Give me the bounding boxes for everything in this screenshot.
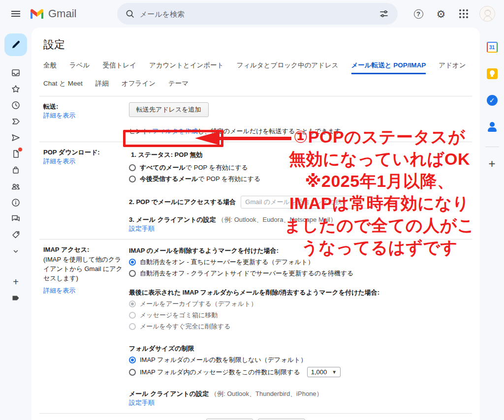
imap-learn-more-link[interactable]: 詳細を表示: [43, 287, 75, 294]
tab-advanced[interactable]: 詳細: [95, 79, 109, 91]
option-label: IMAP フォルダのメールの数を制限しない（デフォルト）: [140, 356, 307, 364]
google-apps-button[interactable]: [454, 4, 473, 24]
avatar-sketch-icon: [480, 6, 495, 22]
gmail-logo-icon: [30, 8, 44, 20]
contacts-delegate-icon[interactable]: [10, 180, 22, 192]
tab-themes[interactable]: テーマ: [168, 79, 189, 91]
tab-labels[interactable]: ラベル: [69, 61, 90, 74]
snoozed-icon[interactable]: [10, 99, 22, 111]
profile-avatar[interactable]: [479, 6, 495, 22]
forwarding-label: 転送:: [43, 103, 58, 110]
pop-enable-all-option: すべてのメールで POP を有効にする: [129, 163, 468, 172]
calendar-icon: 31: [487, 42, 498, 53]
imap-access-row: IMAP アクセス: (IMAP を使用して他のクライアントから Gmail に…: [43, 240, 468, 413]
limit-folder-radio[interactable]: [129, 369, 136, 376]
tab-forwarding-pop-imap[interactable]: メール転送と POP/IMAP: [351, 61, 426, 74]
forwarding-row: 転送: 詳細を表示 転送先アドレスを追加 ヒント: フィルタを作成し、特定のメー…: [43, 96, 468, 142]
plus-icon: +: [488, 157, 495, 171]
contacts-icon: [487, 121, 498, 132]
option-label: 今後受信するメールで POP を有効にする: [140, 175, 260, 183]
labels-tag-icon[interactable]: [10, 229, 22, 241]
imap-label: IMAP アクセス:: [43, 246, 89, 253]
add-forwarding-address-button[interactable]: 転送先アドレスを追加: [129, 102, 209, 117]
tab-offline[interactable]: オフライン: [122, 79, 156, 91]
calendar-panel-button[interactable]: 31: [483, 38, 501, 56]
pop-config-instructions-link[interactable]: 設定手順: [129, 225, 155, 232]
important-icon[interactable]: [10, 116, 22, 127]
pop-enable-future-radio[interactable]: [129, 176, 136, 182]
no-folder-limit-radio[interactable]: [129, 357, 136, 363]
pop-access-label: 2. POP でメールにアクセスする場合: [129, 198, 236, 207]
pop-client-label: 3. メール クライアントの設定: [129, 216, 216, 223]
imap-client-config: メール クライアントの設定 （例: Outlook、Thunderbird、iP…: [129, 390, 468, 407]
pop-enable-all-radio[interactable]: [129, 164, 136, 171]
chat-forums-icon[interactable]: [10, 213, 22, 225]
add-label-button[interactable]: +: [10, 276, 22, 288]
contacts-panel-button[interactable]: [483, 118, 501, 136]
pop-access-dropdown[interactable]: Gmail のメールを受信トレイに残す: [241, 196, 373, 209]
left-navigation-rail: +: [0, 28, 32, 420]
auto-expunge-on-radio[interactable]: [129, 259, 136, 266]
support-button[interactable]: ?: [409, 4, 428, 24]
settings-button[interactable]: ⚙: [431, 4, 451, 24]
page-title: 設定: [43, 37, 468, 52]
search-input[interactable]: [140, 10, 374, 18]
collapse-chevron-icon[interactable]: [10, 245, 22, 257]
imap-delete-heading: IMAP のメールを削除するようマークを付けた場合:: [129, 246, 468, 255]
auto-expunge-on-option: 自動消去をオン - 直ちにサーバーを更新する（デフォルト）: [129, 258, 468, 267]
no-folder-limit-option: IMAP フォルダのメールの数を制限しない（デフォルト）: [129, 356, 468, 364]
option-label: 自動消去をオン - 直ちにサーバーを更新する（デフォルト）: [140, 258, 314, 267]
apps-grid-icon: [459, 9, 468, 18]
chevron-down-icon: ▼: [332, 369, 337, 375]
move-to-trash-option: メッセージをゴミ箱に移動: [129, 311, 468, 320]
tasks-panel-button[interactable]: ✓: [483, 91, 501, 109]
pop-client-examples: （例: Outlook、Eudora、Netscape Mail）: [218, 216, 336, 223]
tab-accounts-import[interactable]: アカウントとインポート: [149, 61, 224, 74]
search-icon[interactable]: [125, 9, 135, 19]
starred-icon[interactable]: [10, 83, 22, 95]
compose-button[interactable]: [4, 33, 27, 56]
folder-limit-dropdown[interactable]: 1,000 ▼: [307, 367, 341, 377]
move-to-trash-radio[interactable]: [129, 312, 136, 319]
archive-message-radio[interactable]: [129, 300, 136, 307]
tab-inbox[interactable]: 受信トレイ: [102, 61, 136, 74]
main-menu-button[interactable]: [4, 2, 28, 26]
purchases-icon[interactable]: [10, 164, 22, 176]
pop-access-setting: 2. POP でメールにアクセスする場合 Gmail のメールを受信トレイに残す: [129, 196, 468, 209]
auto-expunge-off-radio[interactable]: [129, 270, 136, 277]
pop-learn-more-link[interactable]: 詳細を表示: [43, 157, 75, 165]
panel-divider: [485, 147, 499, 147]
header-actions: ? ⚙: [409, 4, 495, 24]
hint-suffix: し、特定のメールだけを転送することもできます。: [198, 127, 347, 135]
info-icon[interactable]: [10, 197, 22, 209]
delete-forever-radio[interactable]: [129, 323, 136, 330]
option-label: メールを今すぐ完全に削除する: [140, 322, 230, 331]
pop-enable-future-option: 今後受信するメールで POP を有効にする: [129, 175, 468, 183]
label-solid-icon[interactable]: [10, 292, 22, 304]
get-addons-button[interactable]: +: [483, 155, 501, 173]
sent-icon[interactable]: [10, 132, 22, 144]
drafts-icon[interactable]: [10, 148, 22, 160]
keep-panel-button[interactable]: [483, 65, 501, 83]
tab-addons[interactable]: アドオン: [439, 61, 466, 74]
pop-label: POP ダウンロード:: [43, 149, 100, 156]
search-options-button[interactable]: [374, 4, 394, 24]
imap-config-instructions-link[interactable]: 設定手順: [129, 399, 155, 406]
create-filter-link[interactable]: フィルタを作成: [152, 127, 198, 135]
hint-prefix: ヒント:: [129, 127, 152, 135]
option-label: IMAP フォルダ内のメッセージ数をこの件数に制限する: [140, 368, 300, 377]
archive-message-option: メールをアーカイブする（デフォルト）: [129, 300, 468, 308]
pencil-icon: [11, 40, 21, 50]
forwarding-hint: ヒント: フィルタを作成し、特定のメールだけを転送することもできます。: [129, 127, 468, 136]
inbox-icon[interactable]: [10, 67, 22, 79]
tab-chat-meet[interactable]: Chat と Meet: [43, 79, 83, 91]
tab-filters-blocked[interactable]: フィルタとブロック中のアドレス: [237, 61, 339, 74]
search-bar[interactable]: [117, 3, 398, 25]
settings-tabs-row1: 全般 ラベル 受信トレイ アカウントとインポート フィルタとブロック中のアドレス…: [43, 61, 468, 74]
pop-download-row: POP ダウンロード: 詳細を表示 1. ステータス: POP 無効 すべてのメ…: [43, 142, 468, 239]
top-app-bar: Gmail ? ⚙: [0, 0, 504, 28]
tab-general[interactable]: 全般: [43, 61, 57, 74]
pop-access-value: Gmail のメールを受信トレイに残す: [245, 198, 348, 207]
forwarding-learn-more-link[interactable]: 詳細を表示: [43, 112, 75, 119]
option-label: 自動消去をオフ - クライアントサイドでサーバーを更新するのを待機する: [140, 269, 353, 278]
